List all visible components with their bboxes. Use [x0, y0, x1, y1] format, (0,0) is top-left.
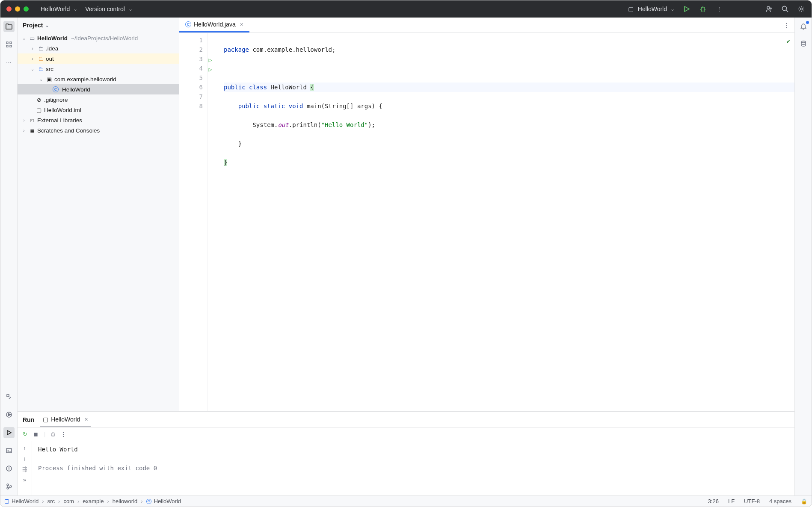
tree-item-scratches[interactable]: › ≣ Scratches and Consoles — [18, 125, 179, 136]
project-panel-title: Project — [23, 22, 43, 29]
debug-button[interactable] — [699, 5, 707, 13]
svg-rect-18 — [10, 45, 12, 47]
tree-label: External Libraries — [37, 117, 82, 124]
breadcrumb-item[interactable]: example — [83, 498, 104, 504]
tree-item-src[interactable]: ⌄ 🗀 src — [18, 64, 179, 74]
down-button[interactable]: ↓ — [23, 455, 26, 462]
run-tab-label: HelloWorld — [51, 416, 80, 423]
editor-tab-label: HelloWorld.java — [194, 21, 236, 28]
notification-dot-icon — [806, 21, 809, 24]
breadcrumb-item[interactable]: helloworld — [113, 498, 138, 504]
rerun-button[interactable]: ↻ — [23, 431, 27, 437]
inspection-ok-icon[interactable]: ✔ — [787, 36, 790, 46]
run-side-toolbar: ↑ ↓ ⇶ » — [18, 441, 32, 495]
readonly-toggle[interactable]: 🔒 — [801, 498, 807, 504]
folder-icon: 🗀 — [37, 56, 44, 62]
vcs-dropdown[interactable]: Version control — [85, 6, 133, 12]
svg-point-9 — [767, 6, 770, 9]
breadcrumb-item[interactable]: src — [47, 498, 55, 504]
problems-tool-button[interactable] — [3, 463, 15, 474]
editor-tab[interactable]: C HelloWorld.java — [179, 18, 249, 32]
svg-rect-15 — [6, 42, 8, 44]
tree-root[interactable]: ⌄ ▭ HelloWorld ~/IdeaProjects/HelloWorld — [18, 33, 179, 43]
tree-label: HelloWorld — [62, 86, 90, 93]
minimize-window-button[interactable] — [15, 6, 20, 12]
collaborate-button[interactable] — [765, 5, 773, 13]
search-button[interactable] — [781, 5, 789, 13]
tree-item-iml[interactable]: ▢ HelloWorld.iml — [18, 105, 179, 115]
soft-wrap-button[interactable]: ⇶ — [22, 466, 27, 472]
run-button[interactable] — [682, 5, 691, 13]
breadcrumb-item[interactable]: HelloWorld — [154, 498, 181, 504]
indent-setting[interactable]: 4 spaces — [769, 498, 791, 504]
caret-position[interactable]: 3:26 — [708, 498, 719, 504]
tree-item-idea[interactable]: › 🗀 .idea — [18, 43, 179, 53]
svg-rect-17 — [6, 45, 8, 47]
up-button[interactable]: ↑ — [23, 445, 26, 451]
svg-point-12 — [782, 6, 787, 11]
svg-marker-0 — [685, 6, 689, 12]
file-encoding[interactable]: UTF-8 — [744, 498, 760, 504]
editor-area: C HelloWorld.java ⋮ 1 2 3▷ 4▷ 5 — [179, 18, 794, 411]
close-run-tab-button[interactable] — [83, 416, 88, 423]
breadcrumb-item[interactable]: com — [63, 498, 74, 504]
tree-label: com.example.helloworld — [54, 76, 116, 83]
scroll-end-button[interactable]: » — [23, 477, 26, 483]
code-editor[interactable]: 1 2 3▷ 4▷ 5 6 7 8 package com.example.he… — [179, 33, 794, 411]
titlebar: HelloWorld Version control ▢ HelloWorld … — [0, 0, 812, 18]
run-gutter-icon[interactable]: ▷ — [209, 55, 212, 65]
services-tool-button[interactable] — [3, 409, 15, 420]
tree-item-class[interactable]: C HelloWorld — [18, 84, 179, 94]
line-number: 1 — [179, 35, 204, 45]
project-dropdown[interactable]: HelloWorld — [41, 6, 77, 12]
tree-item-package[interactable]: ⌄ ▣ com.example.helloworld — [18, 74, 179, 84]
breadcrumb-item[interactable]: HelloWorld — [12, 498, 39, 504]
run-gutter-icon[interactable]: ▷ — [209, 65, 212, 74]
maximize-window-button[interactable] — [24, 6, 29, 12]
run-console[interactable]: Hello World Process finished with exit c… — [32, 441, 794, 495]
close-window-button[interactable] — [6, 6, 12, 12]
line-number: 5 — [179, 73, 204, 83]
project-panel-header[interactable]: Project ⌄ — [18, 18, 179, 33]
run-tool-button[interactable] — [3, 427, 15, 438]
line-separator[interactable]: LF — [728, 498, 735, 504]
notifications-button[interactable] — [798, 21, 809, 32]
build-tool-button[interactable] — [3, 391, 15, 402]
breadcrumb[interactable]: HelloWorld src com example helloworld C … — [5, 498, 181, 504]
terminal-tool-button[interactable] — [3, 445, 15, 456]
vcs-tool-button[interactable] — [3, 481, 15, 492]
settings-button[interactable] — [797, 5, 806, 13]
tree-label: out — [46, 56, 54, 62]
tree-item-ext-lib[interactable]: › ⏍ External Libraries — [18, 115, 179, 125]
svg-line-6 — [704, 7, 705, 8]
code-content[interactable]: package com.example.helloworld; public c… — [219, 33, 794, 411]
screenshot-button[interactable]: ⎙ — [51, 431, 55, 437]
project-tool-button[interactable] — [3, 21, 15, 32]
svg-line-7 — [701, 11, 702, 12]
editor-tab-more-button[interactable]: ⋮ — [779, 18, 794, 32]
module-icon — [5, 499, 9, 504]
run-config-dropdown[interactable]: ▢ HelloWorld — [627, 5, 675, 13]
run-tab[interactable]: ▢ HelloWorld — [40, 412, 90, 427]
project-name-label: HelloWorld — [41, 6, 70, 12]
tree-item-gitignore[interactable]: ⊘ .gitignore — [18, 94, 179, 105]
run-more-button[interactable]: ⋮ — [61, 431, 66, 437]
project-tree: ⌄ ▭ HelloWorld ~/IdeaProjects/HelloWorld… — [18, 33, 179, 411]
more-tools-button[interactable]: ⋯ — [3, 57, 15, 68]
tree-label: .gitignore — [44, 97, 68, 103]
svg-point-27 — [7, 487, 9, 489]
close-tab-button[interactable] — [238, 21, 243, 28]
tree-item-out[interactable]: › 🗀 out — [18, 53, 179, 64]
application-icon: ▢ — [627, 5, 635, 13]
window-controls — [6, 6, 29, 12]
stop-button[interactable]: ◼ — [33, 431, 38, 437]
structure-tool-button[interactable] — [3, 39, 15, 50]
database-tool-button[interactable] — [798, 38, 809, 49]
editor-tabs: C HelloWorld.java ⋮ — [179, 18, 794, 33]
line-gutter: 1 2 3▷ 4▷ 5 6 7 8 — [179, 33, 207, 411]
run-panel-header: Run ▢ HelloWorld — [18, 412, 794, 427]
more-actions-button[interactable]: ⋮ — [715, 5, 723, 13]
svg-point-29 — [801, 41, 806, 43]
run-toolbar: ↻ ◼ | ⎙ ⋮ — [18, 427, 794, 441]
svg-rect-16 — [10, 42, 12, 44]
